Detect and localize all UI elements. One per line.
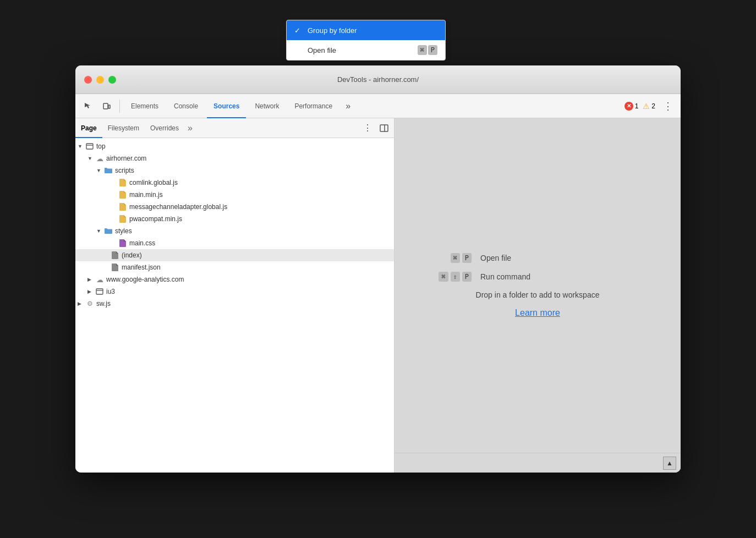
tree-item-styles[interactable]: ▼ styles	[75, 225, 394, 237]
tree-item-google-analytics[interactable]: ▶ ☁ www.google-analytics.com	[75, 273, 394, 286]
tab-page[interactable]: Page	[75, 118, 102, 138]
main-panel: ⌘ P Open file ⌘ ⇧ P Run command Drop in …	[395, 118, 681, 473]
tree-label-index: (index)	[122, 251, 142, 259]
tree-item-messagechannel[interactable]: messagechanneladapter.global.js	[75, 201, 394, 213]
tree-arrow-airhorner: ▼	[87, 156, 95, 161]
cloud-icon-airhorner: ☁	[95, 154, 104, 163]
tree-label-comlink: comlink.global.js	[129, 179, 178, 186]
tab-performance[interactable]: Performance	[288, 94, 339, 118]
file-icon-comlink	[118, 178, 127, 187]
toolbar-right: ✕ 1 ⚠ 2 ⋮	[624, 98, 676, 114]
tab-elements[interactable]: Elements	[124, 94, 165, 118]
device-toolbar-icon[interactable]	[98, 98, 115, 114]
tree-label-ga: www.google-analytics.com	[106, 276, 184, 283]
tree-item-index[interactable]: (index)	[75, 249, 394, 261]
svg-rect-6	[96, 289, 103, 294]
file-icon-manifest	[111, 263, 119, 272]
kbd-p-1: P	[462, 253, 472, 263]
tree-label-airhorner: airhorner.com	[106, 155, 146, 162]
svg-rect-1	[108, 105, 110, 108]
tree-arrow-top: ▼	[78, 144, 85, 149]
svg-rect-0	[103, 103, 108, 109]
tree-arrow-scripts: ▼	[96, 168, 104, 173]
shortcut-label-2: Run command	[480, 272, 530, 281]
svg-rect-2	[380, 125, 388, 131]
sidebar: Page Filesystem Overrides » ⋮	[75, 118, 395, 473]
tab-console[interactable]: Console	[167, 94, 205, 118]
file-icon-mainminjs	[118, 190, 127, 199]
more-menu-button[interactable]: ⋮	[660, 98, 676, 114]
folder-icon-iu3	[95, 287, 104, 296]
tree-label-maincss: main.css	[129, 239, 155, 247]
tree-arrow-iu3: ▶	[87, 289, 95, 294]
minimize-button[interactable]	[96, 76, 104, 84]
bottom-icon-button[interactable]: ▲	[663, 457, 676, 470]
folder-icon-scripts	[104, 166, 113, 175]
tab-sources[interactable]: Sources	[207, 94, 246, 118]
sidebar-panel-icon-button[interactable]	[376, 120, 392, 136]
toolbar-separator-1	[119, 100, 120, 113]
warning-icon: ⚠	[643, 102, 650, 111]
tree-item-iu3[interactable]: ▶ iu3	[75, 286, 394, 298]
tree-item-pwacompat[interactable]: pwacompat.min.js	[75, 213, 394, 225]
kbd-shift: ⇧	[451, 272, 460, 282]
warning-badge: ⚠ 2	[643, 102, 655, 111]
window-title: DevTools - airhorner.com/	[337, 75, 419, 84]
tree-label-top: top	[96, 142, 106, 150]
tree-label-scripts: scripts	[115, 167, 134, 174]
bottom-bar: ▲	[395, 453, 681, 473]
tree-item-swjs[interactable]: ▶ ⚙ sw.js	[75, 298, 394, 310]
error-count: 1	[635, 102, 639, 110]
tree-item-manifest[interactable]: manifest.json	[75, 261, 394, 273]
tab-filesystem[interactable]: Filesystem	[102, 118, 145, 138]
tree-item-top[interactable]: ▼ top	[75, 140, 394, 152]
gear-icon-swjs: ⚙	[85, 299, 94, 308]
folder-icon-top	[85, 142, 94, 151]
kbd-cmd-2: ⌘	[439, 272, 448, 282]
tree-label-pwacompat: pwacompat.min.js	[129, 215, 182, 223]
tree-item-scripts[interactable]: ▼ scripts	[75, 164, 394, 177]
tree-label-manifest: manifest.json	[122, 263, 161, 271]
folder-icon-styles	[104, 227, 113, 235]
three-dots-menu-button[interactable]: ⋮	[360, 120, 375, 136]
shortcut-keys-1: ⌘ P	[428, 253, 472, 263]
tree-label-iu3: iu3	[106, 288, 115, 295]
warning-count: 2	[651, 102, 655, 110]
sidebar-tabs-row: Page Filesystem Overrides » ⋮	[75, 118, 394, 138]
file-tree: ▼ top ▼ ☁ airhorner.com	[75, 138, 394, 473]
error-badge: ✕ 1	[624, 102, 639, 111]
learn-more-link[interactable]: Learn more	[515, 308, 560, 318]
drop-text: Drop in a folder to add to workspace	[476, 290, 600, 299]
devtools-body: Page Filesystem Overrides » ⋮	[75, 118, 681, 473]
title-bar: DevTools - airhorner.com/	[75, 65, 681, 94]
more-tabs-button[interactable]: »	[341, 94, 355, 118]
kbd-cmd-1: ⌘	[451, 253, 460, 263]
tree-label-swjs: sw.js	[96, 300, 111, 308]
tree-arrow-styles: ▼	[96, 228, 104, 234]
more-sidebar-tabs-button[interactable]: »	[184, 118, 196, 138]
kbd-p-2: P	[462, 272, 472, 282]
inspect-icon[interactable]	[80, 98, 96, 114]
shortcut-row-2: ⌘ ⇧ P Run command	[428, 272, 648, 282]
tree-arrow-ga: ▶	[87, 277, 95, 282]
cloud-icon-ga: ☁	[95, 275, 104, 284]
tree-item-airhorner[interactable]: ▼ ☁ airhorner.com	[75, 152, 394, 164]
shortcut-label-1: Open file	[480, 254, 511, 262]
close-button[interactable]	[84, 76, 92, 84]
tree-item-comlink[interactable]: comlink.global.js	[75, 177, 394, 189]
tree-label-mainminjs: main.min.js	[129, 191, 163, 199]
error-icon: ✕	[624, 102, 633, 111]
file-icon-index	[111, 251, 119, 260]
tab-network[interactable]: Network	[248, 94, 286, 118]
tree-item-mainminjs[interactable]: main.min.js	[75, 189, 394, 201]
tree-item-maincss[interactable]: main.css	[75, 237, 394, 249]
window-controls	[84, 76, 116, 84]
maximize-button[interactable]	[108, 76, 116, 84]
tab-overrides[interactable]: Overrides	[145, 118, 184, 138]
main-toolbar: Elements Console Sources Network Perform…	[75, 94, 681, 118]
main-content: ⌘ P Open file ⌘ ⇧ P Run command Drop in …	[395, 118, 681, 453]
tree-arrow-swjs: ▶	[78, 301, 85, 306]
file-icon-maincss	[118, 239, 127, 248]
svg-rect-4	[86, 144, 93, 149]
shortcut-row-1: ⌘ P Open file	[428, 253, 648, 263]
